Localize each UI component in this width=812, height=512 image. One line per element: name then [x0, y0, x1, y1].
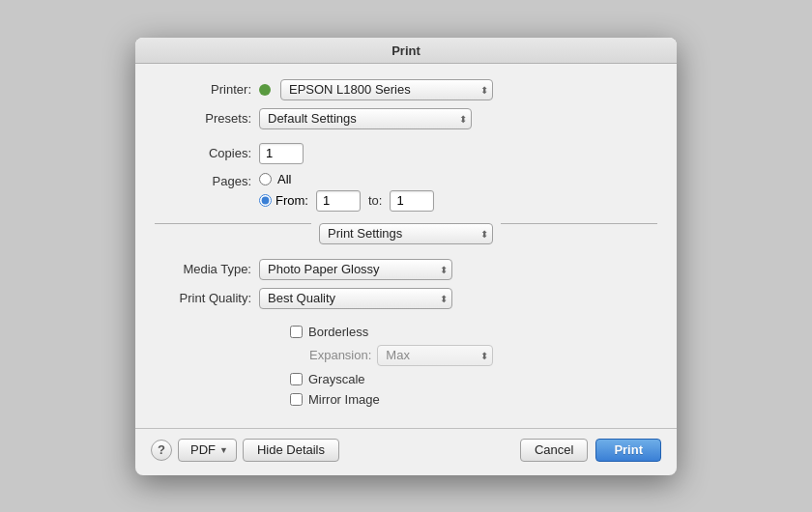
dialog-title: Print [392, 43, 420, 58]
pdf-arrow: ▼ [219, 445, 228, 455]
print-quality-row: Print Quality: Best Quality [155, 288, 657, 309]
cancel-button[interactable]: Cancel [520, 439, 588, 462]
presets-row: Presets: Default Settings [155, 108, 657, 129]
print-button[interactable]: Print [595, 439, 661, 462]
media-type-row: Media Type: Photo Paper Glossy [155, 259, 657, 280]
print-quality-label: Print Quality: [155, 291, 251, 305]
pages-to-label: to: [368, 193, 382, 208]
presets-label: Presets: [155, 111, 251, 126]
pages-from-row: From: to: [259, 190, 434, 212]
pages-from-radio[interactable] [259, 194, 272, 207]
pages-from-input[interactable] [316, 190, 361, 212]
printer-row: Printer: EPSON L1800 Series [155, 79, 657, 100]
dialog-footer: ? PDF ▼ Hide Details Cancel Print [135, 428, 677, 475]
pages-label: Pages: [155, 174, 251, 188]
expansion-row: Expansion: Max [155, 345, 657, 366]
copies-label: Copies: [155, 146, 251, 160]
media-type-select[interactable]: Photo Paper Glossy [259, 259, 452, 280]
printer-select[interactable]: EPSON L1800 Series [280, 79, 493, 100]
pages-all-radio[interactable] [259, 173, 272, 185]
printer-label: Printer: [155, 82, 251, 97]
media-type-select-wrapper: Photo Paper Glossy [259, 259, 452, 280]
borderless-label: Borderless [308, 325, 368, 339]
section-select-wrapper: Print Settings [319, 223, 493, 244]
expansion-select[interactable]: Max [377, 345, 493, 366]
grayscale-row: Grayscale [155, 372, 657, 386]
mirror-image-checkbox[interactable] [290, 393, 303, 406]
dialog-title-bar: Print [135, 38, 677, 64]
print-quality-select-wrapper: Best Quality [259, 288, 452, 309]
section-select[interactable]: Print Settings [319, 223, 493, 244]
spacer2 [155, 317, 657, 325]
grayscale-label: Grayscale [308, 372, 365, 386]
dialog-body: Printer: EPSON L1800 Series Presets: Def… [135, 64, 677, 420]
presets-select[interactable]: Default Settings [259, 108, 472, 129]
pages-all-row: All [259, 172, 434, 186]
printer-select-wrapper: EPSON L1800 Series [280, 79, 493, 100]
print-quality-select[interactable]: Best Quality [259, 288, 452, 309]
pages-section: All From: to: [259, 172, 434, 212]
section-header: Print Settings [193, 223, 619, 244]
pages-to-input[interactable] [390, 190, 434, 212]
pdf-label: PDF [190, 442, 216, 457]
borderless-checkbox[interactable] [290, 326, 303, 338]
pages-all-label: All [277, 172, 291, 186]
pages-row: Pages: All From: to: [155, 172, 657, 212]
section-header-inner: Print Settings [311, 223, 501, 244]
hide-details-button[interactable]: Hide Details [243, 439, 339, 462]
help-button[interactable]: ? [151, 440, 172, 461]
copies-row: Copies: [155, 143, 657, 164]
footer-right: Cancel Print [520, 439, 661, 462]
copies-input[interactable] [259, 143, 304, 164]
mirror-image-row: Mirror Image [155, 392, 657, 407]
mirror-image-label: Mirror Image [308, 392, 380, 407]
footer-left: ? PDF ▼ Hide Details [151, 439, 520, 462]
pages-from-label: From: [276, 193, 308, 208]
expansion-select-wrapper: Max [377, 345, 493, 366]
borderless-row: Borderless [155, 325, 657, 339]
print-settings-area: Media Type: Photo Paper Glossy Print Qua… [155, 245, 657, 420]
expansion-label: Expansion: [309, 348, 371, 362]
grayscale-checkbox[interactable] [290, 373, 303, 385]
section-divider: Print Settings [155, 223, 657, 245]
printer-status-icon [259, 84, 271, 96]
media-type-label: Media Type: [155, 262, 251, 276]
print-dialog: Print Printer: EPSON L1800 Series Preset… [135, 38, 677, 475]
presets-select-wrapper: Default Settings [259, 108, 472, 129]
pdf-button[interactable]: PDF ▼ [178, 439, 237, 462]
